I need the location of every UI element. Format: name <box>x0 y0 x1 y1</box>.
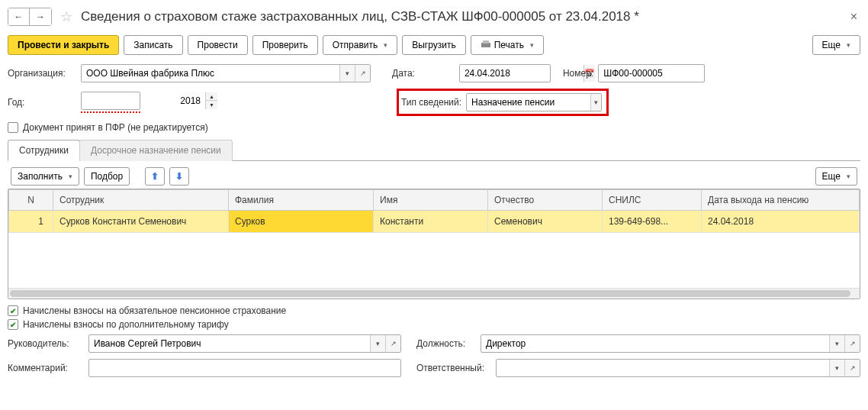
responsible-open-icon[interactable]: ↗ <box>844 360 860 376</box>
year-up-icon[interactable]: ▲ <box>205 92 217 101</box>
print-button[interactable]: Печать <box>471 35 544 55</box>
check-button[interactable]: Проверить <box>252 35 318 55</box>
head-dropdown-icon[interactable]: ▾ <box>370 335 385 352</box>
col-patronymic[interactable]: Отчество <box>488 190 603 211</box>
cell-snils[interactable]: 139-649-698... <box>603 211 702 233</box>
save-button[interactable]: Записать <box>124 35 182 55</box>
org-input-group: ▾ ↗ <box>81 64 371 82</box>
col-retire-date[interactable]: Дата выхода на пенсию <box>702 190 860 211</box>
horizontal-scrollbar[interactable] <box>8 288 860 299</box>
employees-table: N Сотрудник Фамилия Имя Отчество СНИЛС Д… <box>8 189 860 233</box>
comment-input-group <box>88 359 401 377</box>
close-icon[interactable]: × <box>847 10 860 24</box>
tab-early-pension[interactable]: Досрочное назначение пенсии <box>79 140 233 161</box>
info-type-label: Тип сведений: <box>401 97 461 108</box>
date-label: Дата: <box>392 68 415 79</box>
nav-buttons: ← → <box>8 8 52 26</box>
comment-label: Комментарий: <box>8 363 84 373</box>
info-type-input[interactable] <box>467 94 590 111</box>
table-more-button[interactable]: Еще <box>815 167 857 186</box>
responsible-label: Ответственный: <box>416 363 491 373</box>
col-surname[interactable]: Фамилия <box>229 190 374 211</box>
fill-button[interactable]: Заполнить <box>11 167 79 186</box>
accepted-checkbox[interactable] <box>8 122 18 133</box>
move-down-button[interactable]: ⬇ <box>169 167 189 186</box>
number-input-group <box>598 64 705 82</box>
position-open-icon[interactable]: ↗ <box>844 335 860 352</box>
number-input[interactable] <box>599 65 722 82</box>
window-title: Сведения о страховом стаже застрахованны… <box>81 9 847 24</box>
position-input[interactable] <box>481 335 829 352</box>
table-row[interactable]: 1 Сурков Константи Семенович Сурков Конс… <box>9 211 860 233</box>
export-button[interactable]: Выгрузить <box>402 35 466 55</box>
comment-input[interactable] <box>89 360 400 376</box>
position-dropdown-icon[interactable]: ▾ <box>829 335 844 352</box>
printer-icon <box>481 40 491 50</box>
org-input[interactable] <box>82 65 339 82</box>
favorite-star-icon[interactable]: ☆ <box>58 8 75 25</box>
cell-name[interactable]: Константи <box>374 211 488 233</box>
cell-surname[interactable]: Сурков <box>229 211 374 233</box>
year-label: Год: <box>8 97 76 108</box>
back-button[interactable]: ← <box>8 8 30 25</box>
table-empty-area <box>8 233 860 288</box>
additional-tariff-checkbox[interactable] <box>8 319 18 330</box>
info-type-input-group: ▾ <box>466 93 602 111</box>
number-label: Номер: <box>563 68 593 79</box>
responsible-input-group: ▾ ↗ <box>496 359 860 377</box>
pension-insurance-label: Начислены взносы на обязательное пенсион… <box>23 305 286 316</box>
pick-button[interactable]: Подбор <box>84 167 130 186</box>
cell-patronymic[interactable]: Семенович <box>488 211 603 233</box>
position-label: Должность: <box>416 338 476 349</box>
org-label: Организация: <box>8 68 76 79</box>
pension-insurance-checkbox[interactable] <box>8 305 18 316</box>
responsible-input[interactable] <box>497 360 829 376</box>
move-up-button[interactable]: ⬆ <box>145 167 165 186</box>
head-open-icon[interactable]: ↗ <box>385 335 400 352</box>
cell-retire-date[interactable]: 24.04.2018 <box>702 211 860 233</box>
print-label: Печать <box>494 40 524 50</box>
col-snils[interactable]: СНИЛС <box>603 190 702 211</box>
post-and-close-button[interactable]: Провести и закрыть <box>8 35 119 55</box>
cell-employee[interactable]: Сурков Константи Семенович <box>53 211 229 233</box>
year-input-group: ▲ ▼ <box>81 92 140 110</box>
info-type-highlight: Тип сведений: ▾ <box>397 89 609 116</box>
tab-employees[interactable]: Сотрудники <box>8 140 80 161</box>
col-name[interactable]: Имя <box>374 190 488 211</box>
additional-tariff-label: Начислены взносы по дополнительному тари… <box>23 319 229 330</box>
send-button[interactable]: Отправить <box>323 35 398 55</box>
post-button[interactable]: Провести <box>188 35 248 55</box>
col-employee[interactable]: Сотрудник <box>53 190 229 211</box>
year-down-icon[interactable]: ▼ <box>205 101 217 109</box>
forward-button[interactable]: → <box>30 8 51 25</box>
year-spinner: ▲ ▼ <box>205 92 217 109</box>
head-input[interactable] <box>89 335 370 352</box>
head-label: Руководитель: <box>8 338 84 349</box>
cell-n[interactable]: 1 <box>9 211 53 233</box>
date-input-group: 📅 <box>459 64 551 82</box>
col-n[interactable]: N <box>9 190 53 211</box>
year-input[interactable] <box>82 92 205 109</box>
responsible-dropdown-icon[interactable]: ▾ <box>829 360 844 376</box>
info-type-dropdown-icon[interactable]: ▾ <box>590 94 601 111</box>
accepted-label: Документ принят в ПФР (не редактируется) <box>23 122 208 133</box>
head-input-group: ▾ ↗ <box>88 334 401 353</box>
org-open-icon[interactable]: ↗ <box>355 65 370 82</box>
position-input-group: ▾ ↗ <box>481 334 860 353</box>
org-dropdown-icon[interactable]: ▾ <box>339 65 355 82</box>
more-button[interactable]: Еще <box>812 35 860 55</box>
